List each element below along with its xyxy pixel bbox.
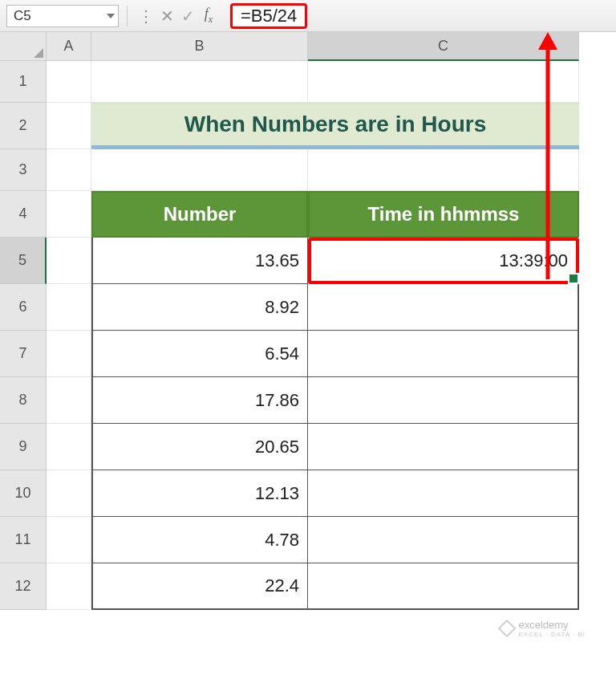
watermark: exceldemy EXCEL · DATA · BI	[500, 619, 586, 638]
cell-c5[interactable]: 13:39:00	[308, 238, 579, 284]
cell-a2[interactable]	[47, 103, 91, 149]
header-number[interactable]: Number	[91, 191, 308, 238]
row-header-7[interactable]: 7	[0, 331, 47, 377]
col-header-c[interactable]: C	[308, 32, 579, 61]
watermark-logo-icon	[498, 620, 517, 638]
cell-c9[interactable]	[308, 424, 579, 470]
cell-a10[interactable]	[47, 470, 91, 517]
row-header-8[interactable]: 8	[0, 377, 47, 424]
cell-a12[interactable]	[47, 563, 91, 610]
cell-a3[interactable]	[47, 149, 91, 191]
name-box[interactable]: C5	[6, 5, 119, 27]
col-header-a[interactable]: A	[47, 32, 91, 61]
cell-c7[interactable]	[308, 331, 579, 377]
cell-a11[interactable]	[47, 517, 91, 563]
cell-b11[interactable]: 4.78	[91, 517, 308, 563]
row-header-11[interactable]: 11	[0, 517, 47, 563]
cell-b8[interactable]: 17.86	[91, 377, 308, 424]
name-box-value: C5	[14, 8, 31, 24]
cancel-icon[interactable]: ✕	[156, 6, 177, 26]
formula-input[interactable]: =B5/24	[230, 3, 307, 29]
cell-b7[interactable]: 6.54	[91, 331, 308, 377]
cell-c1[interactable]	[308, 61, 579, 103]
row-header-4[interactable]: 4	[0, 191, 47, 238]
col-header-b[interactable]: B	[91, 32, 308, 61]
select-all-triangle[interactable]	[0, 32, 47, 61]
sheet-grid: A B C 1 2 When Numbers are in Hours 3 4 …	[0, 32, 616, 610]
cell-b6[interactable]: 8.92	[91, 284, 308, 331]
cell-c3[interactable]	[308, 149, 579, 191]
cell-a9[interactable]	[47, 424, 91, 470]
cell-b9[interactable]: 20.65	[91, 424, 308, 470]
dots-icon: ⋮	[136, 6, 156, 26]
cell-a8[interactable]	[47, 377, 91, 424]
row-header-10[interactable]: 10	[0, 470, 47, 517]
fx-icon[interactable]: fx	[198, 6, 219, 26]
row-header-5[interactable]: 5	[0, 238, 47, 284]
watermark-text: exceldemy EXCEL · DATA · BI	[518, 619, 586, 638]
name-box-dropdown-icon[interactable]	[107, 14, 115, 18]
cell-b12[interactable]: 22.4	[91, 563, 308, 610]
row-header-12[interactable]: 12	[0, 563, 47, 610]
row-header-3[interactable]: 3	[0, 149, 47, 191]
cell-a4[interactable]	[47, 191, 91, 238]
cell-b3[interactable]	[91, 149, 308, 191]
row-header-6[interactable]: 6	[0, 284, 47, 331]
title-text: When Numbers are in Hours	[184, 112, 487, 137]
cell-a7[interactable]	[47, 331, 91, 377]
cell-c6[interactable]	[308, 284, 579, 331]
cell-c10[interactable]	[308, 470, 579, 517]
cell-c8[interactable]	[308, 377, 579, 424]
cell-a5[interactable]	[47, 238, 91, 284]
cell-c11[interactable]	[308, 517, 579, 563]
cell-b5[interactable]: 13.65	[91, 238, 308, 284]
cell-a6[interactable]	[47, 284, 91, 331]
cell-a1[interactable]	[47, 61, 91, 103]
cell-c12[interactable]	[308, 563, 579, 610]
row-header-9[interactable]: 9	[0, 424, 47, 470]
row-header-1[interactable]: 1	[0, 61, 47, 103]
formula-text: =B5/24	[241, 6, 297, 26]
enter-icon[interactable]: ✓	[177, 6, 198, 26]
title-cell[interactable]: When Numbers are in Hours	[91, 103, 579, 149]
formula-bar: C5 ⋮ ✕ ✓ fx =B5/24	[0, 0, 616, 32]
cell-b10[interactable]: 12.13	[91, 470, 308, 517]
row-header-2[interactable]: 2	[0, 103, 47, 149]
separator	[127, 6, 128, 26]
cell-b1[interactable]	[91, 61, 308, 103]
header-time[interactable]: Time in hhmmss	[308, 191, 579, 238]
